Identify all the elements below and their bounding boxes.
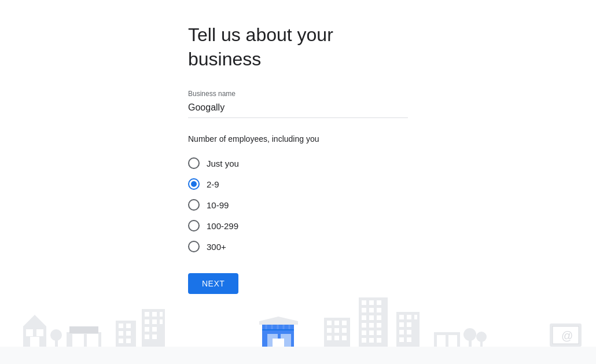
svg-rect-57 — [362, 315, 366, 320]
svg-rect-70 — [399, 315, 404, 319]
svg-rect-76 — [407, 330, 411, 334]
svg-rect-77 — [399, 337, 404, 342]
svg-rect-56 — [377, 308, 381, 312]
business-name-label: Business name — [188, 90, 408, 98]
radio-just-you[interactable] — [188, 157, 200, 169]
svg-rect-47 — [327, 336, 332, 340]
svg-rect-43 — [342, 321, 347, 325]
svg-rect-7 — [69, 326, 98, 333]
business-name-input[interactable] — [188, 100, 408, 118]
svg-rect-8 — [72, 334, 84, 347]
svg-rect-44 — [327, 328, 332, 333]
svg-rect-18 — [145, 312, 149, 317]
svg-rect-72 — [414, 315, 417, 319]
svg-rect-9 — [87, 334, 98, 347]
svg-rect-15 — [119, 339, 123, 343]
svg-rect-65 — [377, 330, 381, 335]
svg-rect-62 — [377, 323, 381, 328]
svg-rect-64 — [369, 330, 374, 335]
svg-rect-25 — [152, 327, 157, 332]
svg-rect-52 — [369, 300, 374, 305]
svg-rect-74 — [407, 322, 411, 327]
svg-rect-12 — [126, 323, 131, 328]
svg-rect-16 — [126, 339, 131, 343]
svg-rect-20 — [160, 312, 163, 317]
radio-label-just-you: Just you — [207, 159, 239, 168]
radio-300-plus[interactable] — [188, 241, 200, 252]
svg-rect-38 — [273, 339, 284, 347]
svg-point-5 — [50, 329, 62, 341]
radio-item-100-299[interactable]: 100-299 — [188, 215, 408, 236]
radio-item-300-plus[interactable]: 300+ — [188, 236, 408, 257]
svg-rect-80 — [437, 335, 446, 347]
radio-label-10-99: 10-99 — [207, 200, 229, 210]
svg-rect-67 — [369, 338, 374, 343]
svg-point-83 — [463, 328, 476, 341]
svg-rect-1 — [26, 329, 33, 336]
radio-item-just-you[interactable]: Just you — [188, 153, 408, 174]
svg-rect-22 — [152, 319, 157, 324]
svg-rect-73 — [399, 322, 404, 327]
svg-rect-54 — [362, 308, 366, 312]
svg-rect-3 — [30, 337, 39, 347]
svg-rect-78 — [407, 337, 411, 342]
next-button[interactable]: NEXT — [188, 273, 238, 294]
svg-rect-81 — [448, 335, 457, 347]
svg-rect-45 — [334, 328, 339, 333]
svg-rect-11 — [119, 323, 123, 328]
svg-rect-19 — [152, 312, 157, 317]
svg-rect-26 — [145, 334, 149, 339]
svg-rect-55 — [369, 308, 374, 312]
svg-rect-59 — [377, 315, 381, 320]
page-title: Tell us about your business — [188, 23, 408, 71]
svg-rect-66 — [362, 338, 366, 343]
svg-rect-48 — [334, 336, 339, 340]
employees-radio-group: Just you 2-9 10-99 100-299 300+ — [188, 153, 408, 257]
svg-rect-71 — [407, 315, 411, 319]
radio-2-9[interactable] — [188, 178, 200, 190]
radio-item-10-99[interactable]: 10-99 — [188, 194, 408, 215]
radio-100-299[interactable] — [188, 220, 200, 231]
svg-rect-61 — [369, 323, 374, 328]
svg-rect-27 — [152, 334, 157, 339]
svg-rect-24 — [145, 327, 149, 332]
radio-label-300-plus: 300+ — [207, 242, 226, 252]
radio-item-2-9[interactable]: 2-9 — [188, 174, 408, 194]
svg-rect-14 — [126, 331, 131, 336]
svg-rect-2 — [36, 329, 43, 336]
svg-rect-60 — [362, 323, 366, 328]
svg-rect-41 — [327, 321, 332, 325]
business-name-field: Business name — [188, 90, 408, 118]
svg-rect-63 — [362, 330, 366, 335]
svg-rect-68 — [377, 338, 381, 343]
svg-rect-51 — [362, 300, 366, 305]
svg-text:@: @ — [561, 329, 573, 342]
svg-rect-23 — [160, 319, 163, 324]
svg-rect-46 — [342, 328, 347, 333]
svg-rect-42 — [334, 321, 339, 325]
radio-10-99[interactable] — [188, 199, 200, 211]
svg-rect-75 — [399, 330, 404, 334]
radio-label-100-299: 100-299 — [207, 221, 238, 231]
svg-rect-58 — [369, 315, 374, 320]
svg-rect-53 — [377, 300, 381, 305]
svg-rect-49 — [342, 336, 347, 340]
svg-rect-21 — [145, 319, 149, 324]
svg-rect-90 — [0, 347, 596, 364]
employees-label: Number of employees, including you — [188, 134, 408, 144]
svg-marker-39 — [259, 317, 298, 325]
radio-label-2-9: 2-9 — [207, 179, 219, 189]
svg-point-85 — [476, 332, 487, 342]
svg-rect-13 — [119, 331, 123, 336]
